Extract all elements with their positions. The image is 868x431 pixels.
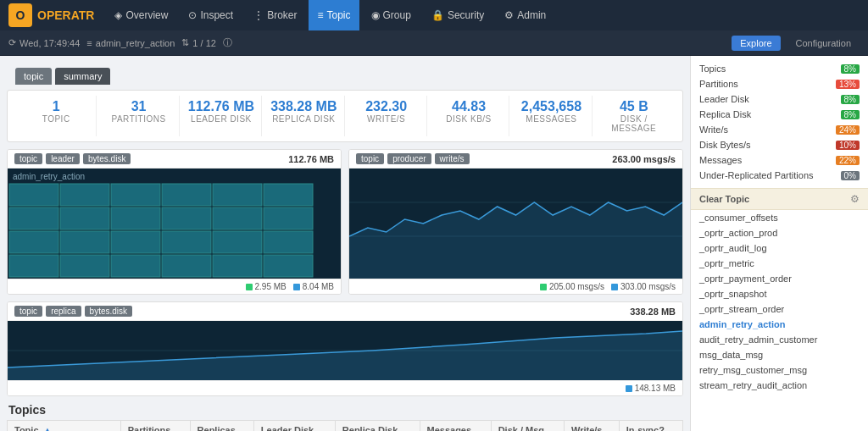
nav-topic[interactable]: ≡ Topic xyxy=(309,0,359,30)
sidebar-metric-topics[interactable]: Topics 8% xyxy=(699,61,860,76)
stat-replica-disk: 338.28 MB REPLICA DISK xyxy=(264,96,344,136)
svg-rect-24 xyxy=(264,255,313,277)
admin-icon: ⚙ xyxy=(504,9,514,21)
settings-icon: ⚙ xyxy=(850,193,860,205)
chart1-value: 112.76 MB xyxy=(288,154,334,164)
svg-rect-21 xyxy=(111,255,160,277)
logo-icon: O xyxy=(8,3,32,27)
topic-list-item-4[interactable]: _oprtr_payment_order xyxy=(691,271,868,286)
topic-list-item-2[interactable]: _oprtr_audit_log xyxy=(691,240,868,256)
topic-list-item-6[interactable]: _oprtr_stream_order xyxy=(691,301,868,317)
nav-overview[interactable]: ◈ Overview xyxy=(106,0,176,30)
topic-list-item-5[interactable]: _oprtr_snapshot xyxy=(691,286,868,301)
svg-rect-3 xyxy=(111,184,160,206)
legend-item-1: 2.95 MB xyxy=(246,282,287,291)
topic-list-item-9[interactable]: msg_data_msg xyxy=(691,347,868,362)
chart1-tag-topic: topic xyxy=(14,153,42,164)
sidebar-metric-leader-disk[interactable]: Leader Disk 8% xyxy=(699,91,860,107)
svg-rect-9 xyxy=(111,207,160,229)
clock-icon: ⟳ xyxy=(8,37,16,48)
page-display[interactable]: ⇅ 1 / 12 xyxy=(181,37,216,48)
topic-list-item-10[interactable]: retry_msg_customer_msg xyxy=(691,362,868,378)
sub-navigation: ⟳ Wed, 17:49:44 ≡ admin_retry_action ⇅ 1… xyxy=(0,30,868,56)
svg-rect-2 xyxy=(60,184,109,206)
svg-rect-23 xyxy=(213,255,262,277)
group-icon: ◉ xyxy=(371,9,380,21)
chart2-legend: 205.00 msgs/s 303.00 msgs/s xyxy=(349,279,682,294)
topic-list-item-3[interactable]: _oprtr_metric xyxy=(691,256,868,271)
col-insync[interactable]: In-sync? xyxy=(619,421,682,432)
sidebar-metric-writes[interactable]: Write/s 24% xyxy=(699,122,860,137)
chart3-value: 338.28 MB xyxy=(630,307,676,317)
col-disk-msg[interactable]: Disk / Msg xyxy=(491,421,564,432)
col-messages[interactable]: Messages xyxy=(420,421,491,432)
nav-broker[interactable]: ⋮ Broker xyxy=(245,0,305,30)
chart1-body: admin_retry_action xyxy=(8,169,341,279)
chart2-tag-writes: write/s xyxy=(435,153,470,164)
sidebar-metric-partitions[interactable]: Partitions 13% xyxy=(699,76,860,91)
treemap-chart xyxy=(8,169,341,279)
topic-list-item-0[interactable]: _consumer_offsets xyxy=(691,210,868,225)
col-leader-disk[interactable]: Leader Disk xyxy=(253,421,335,432)
sidebar-metric-messages[interactable]: Messages 22% xyxy=(699,152,860,168)
svg-rect-1 xyxy=(9,184,58,206)
topic-list-item-1[interactable]: _oprtr_action_prod xyxy=(691,225,868,240)
topic-list-item-11[interactable]: stream_retry_audit_action xyxy=(691,378,868,393)
sort-icon: ⇅ xyxy=(181,37,189,48)
info-display: ⓘ xyxy=(223,36,232,49)
svg-rect-20 xyxy=(60,255,109,277)
col-writes[interactable]: Write/s xyxy=(565,421,620,432)
security-icon: 🔒 xyxy=(431,9,444,21)
topic-icon: ≡ xyxy=(317,9,323,21)
svg-rect-17 xyxy=(213,231,262,253)
svg-rect-15 xyxy=(111,231,160,253)
svg-rect-5 xyxy=(213,184,262,206)
col-replica-disk[interactable]: Replica Disk xyxy=(335,421,420,432)
sort-icon: ▲ xyxy=(43,425,53,431)
chart2-value: 263.00 msgs/s xyxy=(612,154,676,164)
topics-table: Topic ▲ Partitions Replicas Leader Disk … xyxy=(7,420,683,431)
sub-nav-actions: Explore Configuration xyxy=(732,36,860,51)
sidebar-metric-replica-disk[interactable]: Replica Disk 8% xyxy=(699,107,860,122)
svg-rect-16 xyxy=(162,231,211,253)
chart1-legend: 2.95 MB 8.04 MB xyxy=(8,279,341,294)
sidebar-metric-under-replicated[interactable]: Under-Replicated Partitions 0% xyxy=(699,168,860,183)
legend-dot-2 xyxy=(293,284,300,290)
legend-item-4: 303.00 msgs/s xyxy=(611,282,676,291)
nav-security[interactable]: 🔒 Security xyxy=(423,0,492,30)
svg-rect-13 xyxy=(9,231,58,253)
stat-partitions: 31 PARTITIONS xyxy=(98,96,179,136)
topic-list-item-7[interactable]: admin_retry_action xyxy=(691,317,868,332)
svg-rect-6 xyxy=(264,184,313,206)
tab-strip: topic summary xyxy=(7,63,683,85)
nav-admin[interactable]: ⚙ Admin xyxy=(496,0,554,30)
configuration-button[interactable]: Configuration xyxy=(787,36,860,51)
stat-disk-msg: 45 B DISK / MESSAGE xyxy=(594,96,674,136)
filter-display[interactable]: ≡ admin_retry_action xyxy=(86,38,175,48)
chart2-tag-producer: producer xyxy=(387,153,431,164)
svg-rect-19 xyxy=(9,255,58,277)
nav-inspect[interactable]: ⊙ Inspect xyxy=(180,0,242,30)
chart2-header: topic producer write/s 263.00 msgs/s xyxy=(349,150,682,169)
stats-row: 1 TOPIC 31 PARTITIONS 112.76 MB LEADER D… xyxy=(7,90,683,142)
topic-list-item-8[interactable]: audit_retry_admin_customer xyxy=(691,332,868,347)
stat-writes: 232.30 WRITE/S xyxy=(347,96,427,136)
datetime-display: ⟳ Wed, 17:49:44 xyxy=(8,37,80,48)
inspect-icon: ⊙ xyxy=(188,9,197,21)
sidebar-metrics: Topics 8% Partitions 13% Leader Disk 8% … xyxy=(691,56,868,188)
explore-button[interactable]: Explore xyxy=(732,36,780,51)
sidebar-metric-disk-bytes[interactable]: Disk Bytes/s 10% xyxy=(699,137,860,152)
legend-item-3: 205.00 msgs/s xyxy=(540,282,604,291)
app-logo: O OPERATR xyxy=(8,3,94,27)
topic-list: _consumer_offsets _oprtr_action_prod _op… xyxy=(691,210,868,393)
legend-item-2: 8.04 MB xyxy=(293,282,334,291)
col-partitions[interactable]: Partitions xyxy=(120,421,190,432)
col-replicas[interactable]: Replicas xyxy=(190,421,253,432)
chart1-topic-label: admin_retry_action xyxy=(8,169,90,185)
tab-summary[interactable]: summary xyxy=(55,68,110,85)
tab-topic[interactable]: topic xyxy=(15,68,52,85)
clear-topic-row[interactable]: Clear Topic ⚙ xyxy=(691,188,868,210)
chart1-tag-bytes: bytes.disk xyxy=(83,153,131,164)
col-topic[interactable]: Topic ▲ xyxy=(8,421,121,432)
nav-group[interactable]: ◉ Group xyxy=(363,0,420,30)
